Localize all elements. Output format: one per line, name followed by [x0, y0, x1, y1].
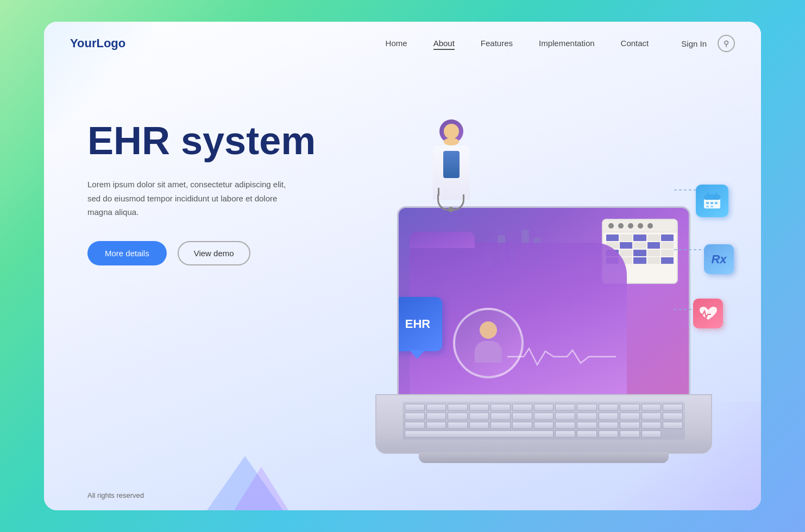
- svg-rect-10: [706, 206, 709, 207]
- nav-item-features[interactable]: Features: [481, 39, 513, 48]
- doctor-scrubs: [443, 151, 460, 178]
- nav-links: Home About Features Implementation Conta…: [386, 39, 649, 48]
- ring-2: [618, 223, 624, 229]
- patient-avatar: [453, 308, 524, 378]
- logo: YourLogo: [70, 36, 125, 50]
- svg-rect-11: [710, 206, 713, 207]
- main-card: YourLogo Home About Features Implementat…: [44, 22, 761, 510]
- laptop-base: [419, 452, 669, 463]
- laptop-screen: EHR: [397, 206, 690, 396]
- laptop-keyboard: [375, 394, 712, 454]
- heart-rate-icon: [693, 299, 723, 328]
- patient-figure: [467, 321, 510, 365]
- main-content: EHR system Lorem ipsum dolor sit amet, c…: [44, 65, 761, 480]
- ring-3: [628, 223, 633, 229]
- search-icon: ⚲: [724, 39, 729, 48]
- left-content: EHR system Lorem ipsum dolor sit amet, c…: [87, 87, 348, 265]
- svg-rect-9: [715, 202, 718, 204]
- doctor-face: [444, 124, 459, 139]
- navigation: YourLogo Home About Features Implementat…: [44, 22, 761, 65]
- calendar-icon: [696, 185, 728, 217]
- prescription-icon: Rx: [704, 244, 734, 274]
- doctor-figure: [430, 119, 473, 217]
- folder-shape: [410, 243, 627, 395]
- nav-item-contact[interactable]: Contact: [621, 39, 649, 48]
- more-details-button[interactable]: More details: [87, 241, 167, 265]
- button-group: More details View demo: [87, 241, 348, 265]
- doctor-coat: [433, 145, 470, 200]
- heartbeat-line: [507, 346, 616, 368]
- patient-body: [475, 341, 502, 363]
- ring-4: [638, 223, 643, 229]
- footer: All rights reserved: [44, 480, 761, 510]
- nav-item-implementation[interactable]: Implementation: [539, 39, 595, 48]
- nav-item-about[interactable]: About: [433, 39, 455, 48]
- svg-rect-8: [710, 202, 713, 204]
- search-button[interactable]: ⚲: [718, 35, 735, 52]
- notebook-rings: [603, 220, 677, 232]
- sign-in-link[interactable]: Sign In: [681, 39, 707, 48]
- screen-content: EHR: [399, 208, 689, 395]
- ehr-badge: EHR: [399, 297, 442, 351]
- nav-item-home[interactable]: Home: [386, 39, 407, 48]
- ring-1: [608, 223, 614, 229]
- hero-illustration: EHR: [348, 87, 718, 467]
- hero-description: Lorem ipsum dolor sit amet, consectetur …: [87, 178, 294, 219]
- ehr-badge-text: EHR: [405, 317, 430, 331]
- laptop: EHR: [375, 206, 712, 456]
- keyboard-keys: [402, 402, 685, 440]
- footer-text: All rights reserved: [87, 491, 144, 499]
- view-demo-button[interactable]: View demo: [178, 241, 250, 265]
- nav-right: Sign In ⚲: [681, 35, 735, 52]
- doctor-head: [439, 119, 463, 143]
- hero-title: EHR system: [87, 119, 348, 162]
- svg-rect-4: [704, 194, 720, 200]
- stethoscope-icon: [437, 194, 464, 211]
- rx-text: Rx: [711, 252, 726, 267]
- ring-5: [647, 223, 653, 229]
- svg-rect-7: [706, 202, 709, 204]
- patient-head: [480, 321, 497, 339]
